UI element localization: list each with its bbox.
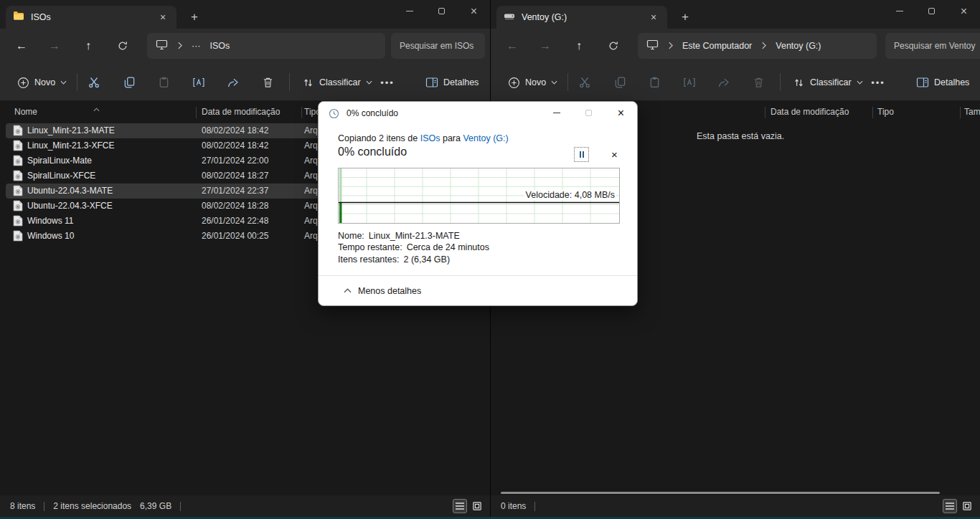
breadcrumb-current[interactable]: ISOs	[210, 41, 230, 51]
back-button[interactable]: ←	[10, 34, 33, 57]
file-type: Arq	[304, 171, 318, 181]
tab-title: ISOs	[31, 12, 150, 22]
file-name: SpiralLinux-XFCE	[27, 171, 95, 181]
thumbnail-view-toggle[interactable]	[470, 499, 484, 513]
iso-file-icon	[13, 125, 23, 139]
rename-icon	[192, 76, 205, 89]
command-bar: Novo Cla	[491, 63, 980, 101]
maximize-button[interactable]	[425, 0, 458, 22]
copy-destination-link[interactable]: Ventoy (G:)	[463, 133, 508, 143]
file-name: Windows 10	[27, 231, 74, 241]
iso-file-icon	[13, 170, 23, 184]
fewer-details-toggle[interactable]: Menos detalhes	[319, 276, 637, 305]
details-view-toggle[interactable]	[453, 499, 467, 513]
cut-button[interactable]	[85, 73, 103, 92]
more-options-button[interactable]: •••	[378, 73, 397, 92]
column-header-date[interactable]: Data de modificação	[202, 107, 280, 117]
file-name: Ubuntu-22.04.3-MATE	[27, 186, 113, 196]
new-tab-button[interactable]: +	[676, 8, 694, 27]
tab-isos[interactable]: ISOs ×	[6, 6, 176, 29]
pause-button[interactable]	[574, 147, 589, 162]
new-tab-button[interactable]: +	[185, 8, 204, 27]
window-controls: ×	[883, 0, 980, 22]
transfer-speed-graph: Velocidade: 4,08 MB/s	[338, 168, 620, 224]
search-box[interactable]	[391, 33, 485, 59]
thumbnail-view-icon	[473, 502, 481, 510]
search-input[interactable]	[391, 33, 485, 59]
detail-items-label: Itens restantes:	[338, 254, 399, 265]
back-button[interactable]: ←	[501, 34, 524, 57]
ellipsis-icon: •••	[380, 77, 395, 88]
copy-source-link[interactable]: ISOs	[420, 133, 440, 143]
item-count: 8 itens	[10, 501, 35, 511]
share-button[interactable]	[715, 73, 733, 92]
copy-prefix: Copiando 2 itens de	[338, 133, 420, 143]
details-view-button[interactable]: Detalhes	[910, 70, 975, 95]
breadcrumb-root[interactable]: Este Computador	[682, 41, 752, 51]
paste-button[interactable]	[645, 73, 664, 92]
share-button[interactable]	[224, 73, 242, 92]
details-view-button[interactable]: Detalhes	[420, 70, 484, 95]
breadcrumb[interactable]: Este Computador Ventoy (G:)	[638, 33, 877, 59]
sort-button[interactable]: Classificar	[296, 70, 378, 95]
tab-close-icon[interactable]: ×	[647, 11, 660, 24]
iso-file-icon	[13, 140, 23, 154]
minimize-button[interactable]	[883, 0, 915, 22]
copy-button[interactable]	[120, 73, 138, 92]
thumbnail-view-toggle[interactable]	[960, 499, 974, 513]
file-date: 08/02/2024 18:42	[202, 125, 268, 135]
column-header-size[interactable]: Tama	[964, 107, 980, 117]
minimize-icon	[406, 11, 413, 11]
maximize-button[interactable]	[915, 0, 948, 22]
refresh-button[interactable]	[602, 34, 625, 57]
breadcrumb-ellipsis[interactable]: ···	[192, 41, 201, 51]
minimize-button[interactable]	[393, 0, 425, 22]
search-input[interactable]	[885, 33, 980, 59]
close-button[interactable]: ×	[605, 102, 637, 124]
search-box[interactable]	[885, 33, 980, 59]
column-header-date[interactable]: Data de modificação	[771, 107, 849, 117]
tab-strip: ISOs × + ×	[0, 0, 490, 29]
up-button[interactable]: ↑	[567, 34, 590, 57]
delete-button[interactable]	[749, 73, 768, 92]
file-date: 08/02/2024 18:42	[202, 141, 268, 151]
iso-file-icon	[13, 155, 23, 169]
sort-button[interactable]: Classificar	[787, 70, 869, 95]
new-button[interactable]: Novo	[502, 70, 563, 95]
rename-button[interactable]	[189, 73, 208, 92]
details-button-label: Detalhes	[934, 77, 969, 87]
rename-button[interactable]	[680, 73, 699, 92]
file-type: Arq	[304, 186, 318, 196]
close-button[interactable]: ×	[948, 0, 980, 22]
cancel-button[interactable]: ×	[607, 147, 622, 162]
breadcrumb[interactable]: ··· ISOs	[147, 33, 385, 59]
tab-close-icon[interactable]: ×	[156, 11, 169, 24]
file-date: 08/02/2024 18:27	[202, 171, 268, 181]
breadcrumb-current[interactable]: Ventoy (G:)	[776, 41, 821, 51]
view-toggles	[943, 499, 974, 513]
tab-ventoy[interactable]: Ventoy (G:) ×	[496, 6, 667, 29]
column-header-type[interactable]: Tipo	[877, 107, 894, 117]
column-header-name[interactable]: Nome	[14, 107, 37, 117]
cut-button[interactable]	[575, 73, 594, 92]
details-view-toggle[interactable]	[943, 499, 957, 513]
detail-time-remaining: Tempo restante:Cerca de 24 minutos	[338, 242, 489, 253]
forward-button[interactable]: →	[43, 34, 66, 57]
horizontal-scrollbar[interactable]	[501, 492, 940, 494]
new-button[interactable]: Novo	[11, 70, 72, 95]
delete-button[interactable]	[258, 73, 277, 92]
file-date: 27/01/2024 22:00	[202, 156, 268, 166]
forward-button[interactable]: →	[534, 34, 557, 57]
close-button[interactable]: ×	[458, 0, 490, 22]
up-button[interactable]: ↑	[77, 34, 100, 57]
paste-button[interactable]	[154, 73, 173, 92]
more-options-button[interactable]: •••	[869, 73, 887, 92]
copy-button[interactable]	[611, 73, 629, 92]
minimize-button[interactable]	[540, 102, 573, 124]
details-button-label: Detalhes	[443, 77, 479, 87]
refresh-button[interactable]	[111, 34, 134, 57]
dialog-titlebar: 0% concluído ×	[319, 102, 637, 125]
list-view-icon	[456, 503, 464, 510]
iso-file-icon	[13, 200, 23, 214]
iso-file-icon	[13, 215, 23, 229]
